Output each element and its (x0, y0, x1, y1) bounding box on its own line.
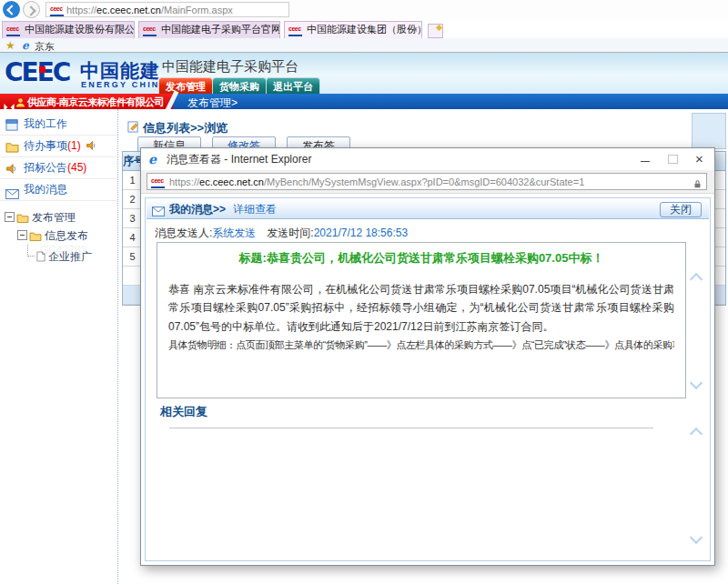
sidebar-item-todo[interactable]: 待办事项(1) (0, 136, 117, 157)
supplier-name: 供应商-南京云来标准件有限公司 (27, 96, 164, 109)
sidebar-item-tender-notice[interactable]: 招标公告(45) (0, 157, 117, 179)
tree-collapse-icon[interactable] (17, 230, 27, 240)
envelope-icon (5, 186, 19, 206)
popup-address-bar[interactable]: ceechttps://ec.ceec.net.cn/MyBench/MySys… (147, 173, 707, 190)
nav-tab-goods[interactable]: 货物采购 (212, 77, 267, 94)
sender-value[interactable]: 系统发送 (212, 227, 256, 239)
watermark: GC43783 (40, 244, 86, 257)
back-button[interactable] (3, 1, 20, 18)
logo-red-accent (39, 66, 46, 73)
tab-favicon: ceec (143, 25, 157, 36)
back-arrow-icon (6, 5, 16, 15)
message-title: 标题:恭喜贵公司，机械化公司货送甘肃常乐项目螺栓采购07.05中标！ (168, 250, 674, 267)
close-window-button[interactable] (687, 148, 713, 170)
favorites-star-icon[interactable]: ★ (5, 39, 15, 52)
scroll-down-icon[interactable] (690, 531, 703, 544)
message-viewer-window: e 消息查看器 - Internet Explorer ceechttps://… (140, 147, 715, 566)
new-tab-button[interactable] (428, 24, 443, 38)
tree-connector (27, 245, 35, 257)
sender-label: 消息发送人: (155, 227, 212, 239)
breadcrumb-bar: 供应商-南京云来标准件有限公司 发布管理> (0, 94, 728, 109)
scroll-up-icon[interactable] (690, 273, 703, 286)
message-detail-header: 我的消息>> 详细查看 关闭 (147, 200, 709, 219)
platform-title: 中国能建电子采购平台 (162, 58, 298, 76)
browser-tab-2[interactable]: ceec中国能建电子采购平台官网 (138, 21, 280, 38)
address-bar[interactable]: ceechttps://ec.ceec.net.cn/MainForm.aspx (46, 2, 289, 17)
divider (169, 428, 653, 428)
mail-icon (152, 204, 165, 220)
time-value: 2021/7/12 18:56:53 (314, 227, 408, 239)
screen: ceechttps://ec.ceec.net.cn/MainForm.aspx… (0, 0, 728, 584)
maximize-button[interactable] (660, 148, 685, 170)
popup-address-row: ceechttps://ec.ceec.net.cn/MyBench/MySys… (141, 170, 714, 194)
nav-tab-publish[interactable]: 发布管理 (158, 77, 213, 94)
sidebar: 我的工作 待办事项(1) 招标公告(45) 我的消息 发布管理 (0, 109, 118, 584)
site-favicon: ceec (50, 5, 64, 16)
site-header: CEEC 中国能建 ENERGY CHINA 中国能建电子采购平台 发布管理 货… (0, 53, 728, 94)
forward-arrow-icon (25, 5, 35, 15)
browser-tab-1[interactable]: ceec中国能源建设股份有限公司 (2, 21, 135, 38)
panel-corner-decoration (692, 113, 726, 149)
scroll-down-icon[interactable] (690, 377, 703, 389)
new-tab-sparkle-icon (436, 25, 442, 31)
breadcrumb-my-messages: 我的消息>> (169, 200, 226, 218)
tab-close-icon[interactable]: × (412, 22, 418, 37)
related-replies-title: 相关回复 (160, 404, 207, 420)
sidebar-item-my-messages[interactable]: 我的消息 (0, 179, 117, 201)
popup-content: 我的消息>> 详细查看 关闭 消息发送人:系统发送发送时间:2021/7/12 … (145, 197, 711, 561)
browser-tab-3-active[interactable]: ceec中国能源建设集团（股份）… × (284, 21, 422, 38)
tree-node-info-publish[interactable]: 信息发布 (0, 227, 117, 245)
time-label: 发送时间: (267, 227, 313, 239)
minimize-button[interactable] (632, 148, 658, 170)
sidebar-item-my-work[interactable]: 我的工作 (0, 114, 117, 136)
popup-window-title: 消息查看器 - Internet Explorer (167, 148, 311, 170)
tab-favicon: ceec (288, 25, 302, 36)
minimize-icon (641, 161, 650, 162)
tree-node-publish-mgmt[interactable]: 发布管理 (0, 208, 117, 227)
message-body-detail: 具体货物明细：点页面顶部主菜单的“货物采购”——》点左栏具体的采购方式——》点“… (168, 338, 674, 352)
memo-icon (127, 120, 139, 136)
sender-row: 消息发送人:系统发送发送时间:2021/7/12 18:56:53 (155, 226, 408, 241)
scroll-up-icon[interactable] (690, 428, 703, 440)
nav-tab-exit[interactable]: 退出平台 (266, 77, 320, 94)
ie-icon: e (148, 152, 157, 166)
message-body-box: 标题:恭喜贵公司，机械化公司货送甘肃常乐项目螺栓采购07.05中标！ 恭喜 南京… (157, 242, 686, 398)
browser-toolbar: ceechttps://ec.ceec.net.cn/MainForm.aspx (0, 0, 728, 20)
ceec-logo: CEEC (5, 57, 69, 87)
tab-favicon: ceec (6, 25, 20, 36)
close-button[interactable]: 关闭 (660, 202, 702, 217)
folder-icon (16, 210, 29, 228)
logo-en-text: ENERGY CHINA (81, 80, 167, 89)
speaker-icon (86, 137, 96, 158)
favorite-link[interactable]: 京东 (35, 40, 55, 54)
message-body: 恭喜 南京云来标准件有限公司，在机械化公司货送甘肃常乐项目螺栓采购07.05项目… (168, 280, 674, 336)
ie-shortcut-icon: e (22, 39, 29, 52)
panel-title: 信息列表>>浏览 (143, 120, 228, 136)
popup-title-bar[interactable]: e 消息查看器 - Internet Explorer (141, 148, 714, 170)
breadcrumb-detail-view: 详细查看 (233, 200, 277, 218)
maximize-icon (668, 155, 678, 164)
site-favicon: ceec (151, 177, 165, 188)
favorites-bar: ★ e 京东 (0, 38, 728, 53)
tree-collapse-icon[interactable] (5, 212, 15, 222)
browser-tab-bar: ceec中国能源建设股份有限公司 ceec中国能建电子采购平台官网 ceec中国… (0, 20, 728, 38)
forward-button[interactable] (23, 1, 40, 18)
lock-icon (693, 177, 702, 190)
